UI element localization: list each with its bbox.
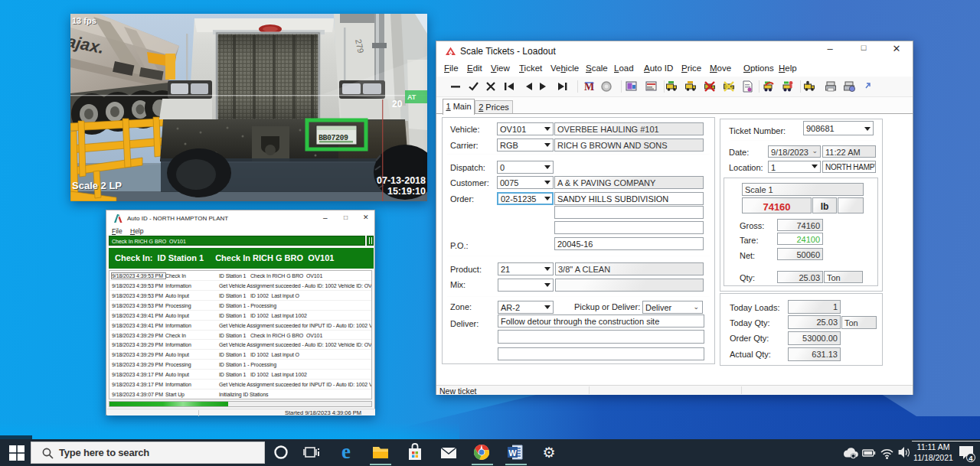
svg-text:20: 20 (392, 99, 403, 109)
svg-text:⚙: ⚙ (542, 445, 555, 461)
svg-text:15:19:10: 15:19:10 (387, 186, 426, 197)
svg-text:W: W (508, 448, 517, 458)
svg-text:13 fps: 13 fps (72, 16, 96, 25)
svg-text:AT: AT (407, 93, 416, 101)
svg-text:Scale 2 LP: Scale 2 LP (72, 180, 122, 191)
svg-text:4: 4 (969, 454, 973, 462)
svg-text:07-13-2018: 07-13-2018 (377, 175, 426, 186)
